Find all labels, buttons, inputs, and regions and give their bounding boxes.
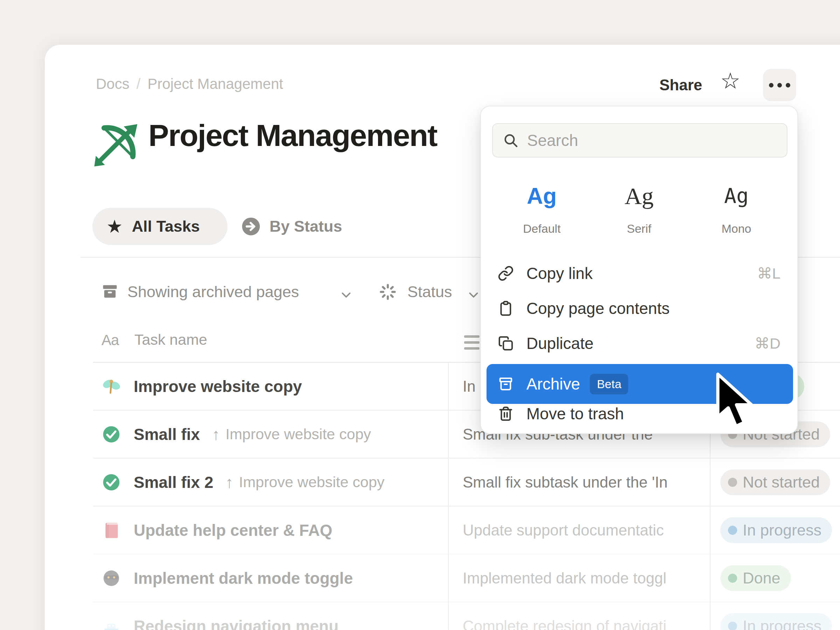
- status-dot: [728, 622, 737, 630]
- breadcrumb: Docs / Project Management: [96, 76, 283, 92]
- table-row[interactable]: Small fix 2 ↑Improve website copy Small …: [93, 458, 840, 507]
- status-badge[interactable]: In progress: [720, 517, 832, 543]
- font-style-picker: Ag Default Ag Serif Ag Mono: [481, 175, 797, 235]
- status-filter-label[interactable]: Status: [407, 283, 452, 301]
- table-row[interactable]: Implement dark mode toggle Implemented d…: [93, 554, 840, 602]
- shortcut-label: ⌘L: [757, 265, 780, 282]
- subtask-arrow-icon: ↑: [212, 425, 220, 444]
- star-filled-icon: ★: [106, 216, 123, 237]
- ship-icon: [101, 616, 121, 630]
- column-type-icon: Aa: [101, 332, 118, 349]
- menu-item-copy-page-contents[interactable]: Copy page contents: [486, 291, 793, 326]
- breadcrumb-item-page[interactable]: Project Management: [147, 76, 283, 92]
- ninja-icon: [101, 568, 121, 588]
- table-row[interactable]: Update help center & FAQ Update support …: [93, 507, 840, 554]
- menu-item-copy-link[interactable]: Copy link ⌘L: [486, 256, 793, 291]
- breadcrumb-separator: /: [136, 76, 141, 92]
- status-badge[interactable]: Not started: [720, 469, 830, 495]
- status-dot: [728, 526, 737, 535]
- status-burst-icon: [378, 282, 398, 302]
- favorite-star-icon[interactable]: ☆: [720, 68, 740, 94]
- tab-all-tasks[interactable]: ★ All Tasks: [92, 208, 227, 245]
- circle-arrow-icon: [241, 216, 261, 237]
- menu-item-duplicate[interactable]: Duplicate ⌘D: [486, 326, 793, 361]
- duplicate-icon: [498, 335, 514, 351]
- tab-by-status[interactable]: By Status: [241, 208, 342, 245]
- archived-filter[interactable]: [101, 282, 119, 302]
- font-option-serif[interactable]: Ag Serif: [602, 175, 676, 235]
- font-option-mono[interactable]: Ag Mono: [699, 175, 774, 235]
- archived-filter-label[interactable]: Showing archived pages: [127, 283, 299, 301]
- more-options-button[interactable]: [763, 69, 796, 101]
- trash-icon: [498, 406, 514, 422]
- shortcut-label: ⌘D: [755, 335, 780, 352]
- beta-badge: Beta: [590, 374, 628, 395]
- ellipsis-icon: [769, 83, 774, 87]
- link-icon: [498, 265, 514, 281]
- column-header-task-name[interactable]: Task name: [134, 331, 207, 348]
- clipboard-icon: [498, 300, 514, 316]
- check-circle-icon: [101, 425, 121, 444]
- fairy-icon: [101, 377, 121, 396]
- notion-app: Docs / Project Management Share ☆ Projec…: [0, 0, 840, 630]
- archive-box-icon: [101, 282, 119, 300]
- page-title[interactable]: Project Management: [148, 118, 437, 153]
- check-circle-icon: [101, 472, 121, 492]
- status-dot: [728, 574, 737, 583]
- search-icon: [503, 132, 519, 148]
- share-button[interactable]: Share: [659, 76, 702, 94]
- search-input[interactable]: [527, 131, 772, 150]
- status-badge[interactable]: Done: [720, 565, 791, 591]
- chevron-down-icon[interactable]: [340, 289, 352, 301]
- lines-icon: [464, 335, 480, 350]
- status-badge[interactable]: In progress: [720, 613, 832, 630]
- breadcrumb-item-docs[interactable]: Docs: [96, 76, 129, 92]
- table-row[interactable]: Redesign navigation menu Complete redesi…: [93, 602, 840, 630]
- mouse-cursor: [714, 372, 756, 431]
- subtask-arrow-icon: ↑: [226, 473, 234, 492]
- chevron-down-icon[interactable]: [467, 289, 480, 301]
- status-dot: [728, 478, 737, 487]
- font-option-default[interactable]: Ag Default: [505, 175, 579, 235]
- menu-search[interactable]: [492, 123, 788, 158]
- bow-and-arrow-icon: [92, 120, 141, 169]
- red-book-icon: [101, 521, 121, 540]
- archive-box-icon: [498, 376, 514, 392]
